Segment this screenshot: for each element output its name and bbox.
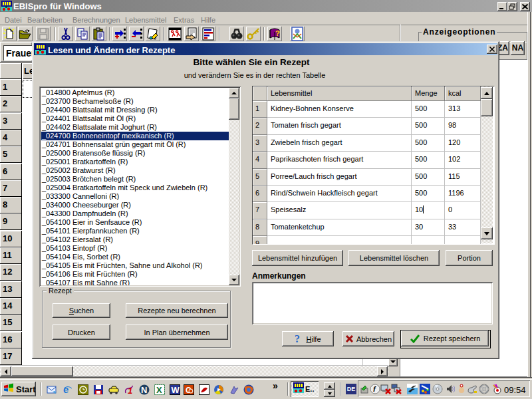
svg-text:?: ? bbox=[295, 334, 300, 344]
svg-text:e: e bbox=[63, 384, 68, 395]
svg-text:N: N bbox=[141, 385, 147, 395]
svg-text:?: ? bbox=[275, 29, 280, 37]
svg-text:1: 1 bbox=[128, 386, 132, 395]
svg-text:W: W bbox=[172, 385, 180, 395]
svg-text:X: X bbox=[156, 385, 162, 395]
